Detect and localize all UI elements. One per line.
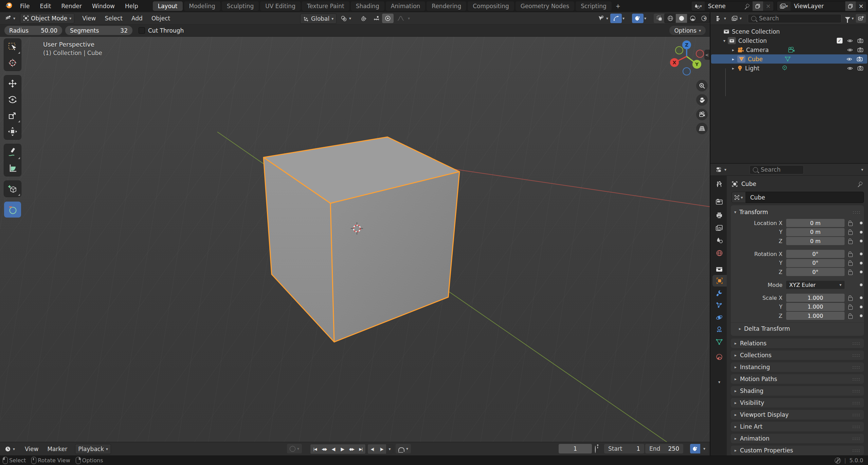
shading-material-button[interactable] xyxy=(687,14,698,23)
hide-eye-icon[interactable] xyxy=(847,66,853,71)
timeline-menu-playback[interactable]: Playback ▾ xyxy=(75,444,111,454)
chevron-down-icon[interactable]: ▾ xyxy=(386,444,393,454)
panel-motion-paths[interactable]: ▸Motion Paths xyxy=(731,374,864,384)
location-y-field[interactable]: 0 m xyxy=(786,228,845,236)
tool-scale[interactable] xyxy=(4,107,21,123)
keying-dropdown[interactable]: ▾ xyxy=(396,444,411,453)
menu-file[interactable]: File xyxy=(15,0,35,12)
object-id-browse-button[interactable]: ▾ xyxy=(731,192,746,203)
lock-icon[interactable] xyxy=(848,271,853,275)
viewport-menu-add[interactable]: Add xyxy=(127,15,147,22)
timeline-menu-marker[interactable]: Marker xyxy=(43,446,72,452)
render-camera-icon[interactable] xyxy=(857,38,863,43)
tab-modifiers[interactable] xyxy=(712,287,727,299)
properties-editor-type-button[interactable]: ▾ xyxy=(713,165,729,174)
tool-rotate[interactable] xyxy=(4,91,21,107)
view-layer-copy-button[interactable] xyxy=(845,1,856,11)
view-layer-browse-button[interactable]: ▾ xyxy=(777,1,791,11)
render-camera-icon[interactable] xyxy=(857,56,863,62)
new-collection-button[interactable] xyxy=(856,14,866,23)
gizmo-neg-x-axis[interactable] xyxy=(696,50,704,57)
workspace-tab-layout[interactable]: Layout xyxy=(153,1,183,11)
pivot-point-dropdown[interactable]: ▾ xyxy=(338,14,354,23)
animate-dot[interactable] xyxy=(860,283,863,286)
tab-tool[interactable] xyxy=(712,178,727,190)
lock-icon[interactable] xyxy=(848,222,853,226)
stopwatch-icon[interactable] xyxy=(595,446,596,453)
shading-solid-button[interactable] xyxy=(676,14,687,23)
lock-icon[interactable] xyxy=(848,262,853,266)
hide-eye-icon[interactable] xyxy=(846,56,852,62)
scale-y-field[interactable]: 1.000 xyxy=(786,303,845,311)
panel-drag-handle[interactable] xyxy=(852,437,860,440)
tab-particles[interactable] xyxy=(712,299,727,311)
light-data-icon[interactable] xyxy=(782,65,788,71)
animate-dot[interactable] xyxy=(860,240,863,242)
scale-z-field[interactable]: 1.000 xyxy=(786,312,845,320)
tab-object-data[interactable] xyxy=(712,336,727,348)
hide-eye-icon[interactable] xyxy=(847,38,853,44)
show-overlays-toggle[interactable] xyxy=(632,14,644,23)
tool-move[interactable] xyxy=(4,75,21,91)
expand-collection-icon[interactable]: ▾ xyxy=(723,39,725,43)
workspace-tab-rendering[interactable]: Rendering xyxy=(427,1,466,11)
panel-drag-handle[interactable] xyxy=(852,378,860,381)
transform-panel-header[interactable]: ▾ Transform xyxy=(731,207,864,217)
animate-dot[interactable] xyxy=(860,262,863,264)
tabs-overflow-chevron-icon[interactable]: ▾ xyxy=(712,376,727,388)
next-keyframe-button[interactable]: ◆▶ xyxy=(347,444,356,454)
properties-options-chevron-icon[interactable]: ▾ xyxy=(861,168,863,172)
next-frame-button[interactable]: |▶ xyxy=(377,444,386,454)
transform-orientation-dropdown[interactable]: Global ▾ xyxy=(300,14,337,24)
view-layer-name[interactable]: ViewLayer xyxy=(791,1,845,11)
timeline-editor-type-button[interactable]: ▾ xyxy=(2,444,18,454)
outliner-item-scene-collection[interactable]: Scene Collection xyxy=(710,27,868,36)
play-reverse-button[interactable]: ◀ xyxy=(329,444,338,454)
rotation-z-field[interactable]: 0° xyxy=(786,268,845,276)
tab-physics[interactable] xyxy=(712,312,727,323)
tool-active-circle[interactable] xyxy=(4,202,21,218)
rotation-x-field[interactable]: 0° xyxy=(786,250,845,258)
rotation-mode-dropdown[interactable]: XYZ Euler▾ xyxy=(786,281,845,289)
render-camera-icon[interactable] xyxy=(857,47,863,52)
outliner-search-input[interactable]: Search xyxy=(748,14,842,23)
navigation-gizmo[interactable]: Z X Y xyxy=(668,37,706,75)
panel-drag-handle[interactable] xyxy=(852,354,860,357)
menu-window[interactable]: Window xyxy=(87,0,120,12)
object-name-input[interactable]: Cube xyxy=(746,192,864,203)
panel-drag-handle[interactable] xyxy=(852,366,860,369)
scene-copy-button[interactable] xyxy=(752,1,763,11)
tab-constraints[interactable] xyxy=(712,324,727,335)
proportional-falloff-icon[interactable] xyxy=(395,14,406,23)
workspace-tab-modeling[interactable]: Modeling xyxy=(184,1,220,11)
xray-toggle[interactable] xyxy=(654,14,665,23)
tool-add-primitive[interactable] xyxy=(4,181,21,197)
tool-annotate[interactable] xyxy=(4,144,21,160)
location-z-field[interactable]: 0 m xyxy=(786,237,845,245)
network-offline-icon[interactable] xyxy=(835,458,841,464)
panel-instancing[interactable]: ▸Instancing xyxy=(731,362,864,372)
properties-search-input[interactable]: Search xyxy=(749,165,804,174)
panel-custom-properties[interactable]: ▸Custom Properties xyxy=(731,446,864,455)
workspace-tab-shading[interactable]: Shading xyxy=(351,1,384,11)
panel-drag-handle[interactable] xyxy=(852,390,860,393)
sidebar-collapse-tab[interactable]: < xyxy=(704,50,710,60)
cut-through-checkbox[interactable] xyxy=(139,27,145,34)
lock-icon[interactable] xyxy=(848,231,853,235)
previous-keyframe-button[interactable]: ◀◆ xyxy=(320,444,329,454)
camera-view-button[interactable] xyxy=(696,109,708,120)
animate-dot[interactable] xyxy=(860,296,863,299)
timeline-menu-view[interactable]: View xyxy=(20,446,43,452)
outliner-filter-button[interactable]: ▾ xyxy=(845,16,854,20)
workspace-tab-sculpting[interactable]: Sculpting xyxy=(222,1,259,11)
pin-icon[interactable] xyxy=(744,4,749,8)
camera-data-icon[interactable] xyxy=(788,47,795,53)
hide-eye-icon[interactable] xyxy=(847,47,853,53)
panel-shading[interactable]: ▸Shading xyxy=(731,386,864,396)
panel-visibility[interactable]: ▸Visibility xyxy=(731,398,864,408)
viewport-menu-view[interactable]: View xyxy=(78,15,100,22)
view-layer-remove-button[interactable]: × xyxy=(856,1,866,11)
overlays-dropdown-chevron-icon[interactable]: ▾ xyxy=(644,16,646,20)
panel-drag-handle[interactable] xyxy=(852,342,860,345)
playback-sync-dropdown[interactable]: ▾ xyxy=(287,444,302,453)
